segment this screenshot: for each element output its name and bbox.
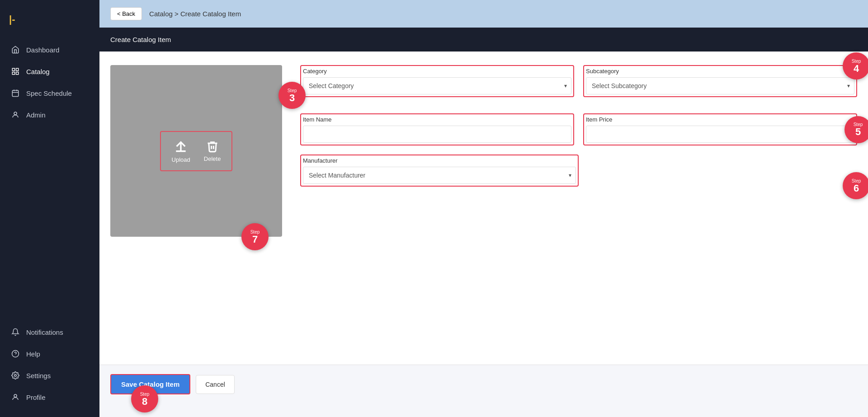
item-details-row: Step 5 Item Name Item Price [300,113,857,145]
subcategory-bordered: Subcategory Select Subcategory ▾ [583,65,857,97]
step4-badge: Step 4 [843,52,868,80]
step6-badge: Step 6 [843,172,868,199]
circle-question-icon [11,349,20,358]
sidebar-item-catalog[interactable]: Catalog [0,61,99,82]
gear-icon [11,371,20,380]
main-content: < Back Catalog > Create Catalog Item Cre… [99,0,868,417]
svg-point-12 [14,394,17,397]
subcategory-field-group: Step 4 Subcategory Select Subcategory ▾ [583,65,857,97]
svg-rect-2 [12,72,14,75]
sidebar-item-label: Catalog [26,68,50,75]
sidebar-item-profile[interactable]: Profile [0,386,99,408]
svg-rect-1 [16,68,19,70]
manufacturer-bordered: Manufacturer Select Manufacturer ▾ [300,155,579,187]
cancel-button[interactable]: Cancel [196,375,235,394]
sidebar-item-label: Profile [26,394,46,401]
sidebar-item-admin[interactable]: Admin [0,104,99,126]
upload-icon [174,139,188,154]
delete-icon [206,140,219,153]
sidebar-item-label: Spec Schedule [26,89,72,97]
svg-rect-4 [12,90,19,97]
upload-button[interactable]: Upload [172,139,190,163]
svg-rect-0 [12,68,14,70]
form-title: Create Catalog Item [110,36,171,43]
svg-rect-3 [16,72,19,75]
form-card: Create Catalog Item U [99,28,868,365]
item-price-field-group: Item Price [583,113,857,145]
bell-icon [11,328,20,337]
item-price-input[interactable] [586,126,854,143]
subcategory-select[interactable]: Select Subcategory [586,77,854,94]
item-name-bordered: Item Name [300,113,574,145]
step3-badge: Step 3 [278,82,306,109]
svg-point-11 [14,375,17,377]
manufacturer-select[interactable]: Select Manufacturer [303,167,576,184]
item-name-label: Item Name [303,116,571,123]
upload-label: Upload [172,156,190,163]
action-bar: Step 8 Save Catalog Item Cancel [99,365,868,417]
form-body: Upload Delete [99,52,868,248]
manufacturer-field-group: Manufacturer Select Manufacturer ▾ [300,155,579,187]
topbar: < Back Catalog > Create Catalog Item [99,0,868,28]
form-fields: Step 3 Category Select Category ▾ [300,65,857,187]
person-icon [11,393,20,402]
manufacturer-label: Manufacturer [303,157,576,164]
sidebar-item-label: Settings [26,372,51,380]
sidebar-item-settings[interactable]: Settings [0,365,99,386]
manufacturer-select-wrapper: Select Manufacturer ▾ [303,167,576,184]
sidebar-item-label: Notifications [26,328,63,336]
category-row: Step 3 Category Select Category ▾ [300,65,857,104]
content-area: Create Catalog Item U [99,28,868,417]
image-upload-area: Upload Delete [110,65,282,237]
svg-point-8 [14,112,17,115]
image-upload-wrapper: Upload Delete [110,65,282,237]
item-price-bordered: Item Price [583,113,857,145]
breadcrumb: Catalog > Create Catalog Item [149,10,241,18]
step8-badge: Step 8 [131,385,158,412]
category-field-group: Category Select Category ▾ [300,65,574,97]
form-card-header: Create Catalog Item [99,28,868,52]
category-select[interactable]: Select Category [303,77,571,94]
sidebar-nav: Dashboard Catalog Spec Schedule Admin [0,39,99,408]
grid-icon [11,67,20,76]
sidebar-logo: |- [0,9,99,39]
calendar-icon [11,89,20,98]
category-bordered: Category Select Category ▾ [300,65,574,97]
category-select-wrapper: Select Category ▾ [303,77,571,94]
sidebar-item-dashboard[interactable]: Dashboard [0,39,99,61]
back-button[interactable]: < Back [110,7,142,20]
category-label: Category [303,68,571,75]
sidebar-item-label: Admin [26,111,46,119]
delete-label: Delete [204,155,221,162]
item-name-input[interactable] [303,126,571,143]
delete-button[interactable]: Delete [204,140,221,162]
sidebar-item-spec-schedule[interactable]: Spec Schedule [0,82,99,104]
manufacturer-row: Step 6 Manufacturer Select Manufacturer [300,155,857,187]
step7-badge: Step 7 [241,223,269,250]
person-gear-icon [11,110,20,119]
subcategory-select-wrapper: Select Subcategory ▾ [586,77,854,94]
item-price-label: Item Price [586,116,854,123]
sidebar-item-label: Dashboard [26,46,59,54]
sidebar-item-notifications[interactable]: Notifications [0,321,99,343]
home-icon [11,45,20,54]
step5-badge: Step 5 [844,116,868,143]
sidebar-item-help[interactable]: Help [0,343,99,365]
sidebar-item-label: Help [26,350,40,358]
upload-controls: Upload Delete [160,131,233,171]
sidebar: |- Dashboard Catalog Spec Schedule Admin [0,0,99,417]
item-name-field-group: Item Name [300,113,574,145]
subcategory-label: Subcategory [586,68,854,75]
